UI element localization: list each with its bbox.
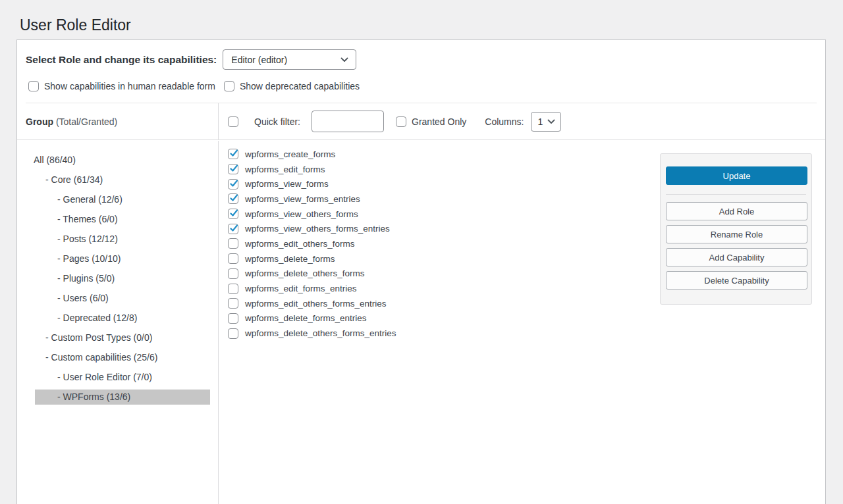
capability-row: wpforms_delete_others_forms_entries bbox=[228, 326, 825, 341]
add-capability-button[interactable]: Add Capability bbox=[666, 248, 807, 266]
capability-checkbox[interactable] bbox=[228, 268, 238, 279]
group-tree-item-label: All (86/40) bbox=[17, 155, 76, 165]
quick-filter-input[interactable] bbox=[312, 111, 384, 132]
capability-checkbox[interactable] bbox=[228, 238, 238, 249]
group-tree-item[interactable]: - Custom Post Types (0/0) bbox=[17, 328, 218, 347]
group-tree: All (86/40) - Core (61/34) - General (12… bbox=[17, 141, 219, 504]
role-select-row: Select Role and change its capabilities:… bbox=[26, 49, 356, 70]
show-human-readable-checkbox[interactable] bbox=[28, 81, 39, 91]
actions-panel: Update Add Role Rename Role Add Capabili… bbox=[660, 153, 812, 305]
columns-select[interactable]: 1 bbox=[531, 112, 561, 132]
columns-label: Columns: bbox=[485, 116, 524, 127]
group-tree-item[interactable]: - User Role Editor (7/0) bbox=[17, 367, 218, 387]
columns-select-value: 1 bbox=[537, 116, 543, 127]
group-tree-item-label: - Users (6/0) bbox=[17, 293, 109, 303]
quick-filter-bar: Quick filter: Granted Only Columns: 1 bbox=[219, 103, 825, 139]
panel-divider bbox=[666, 194, 806, 195]
capability-checkbox[interactable] bbox=[228, 253, 238, 264]
capability-checkbox[interactable] bbox=[228, 298, 238, 309]
group-tree-item[interactable]: - Themes (6/0) bbox=[17, 209, 218, 229]
group-tree-item[interactable]: - Custom capabilities (25/6) bbox=[17, 347, 218, 367]
filter-bar: Group (Total/Granted) Quick filter: Gran… bbox=[17, 103, 825, 140]
select-role-label: Select Role and change its capabilities: bbox=[26, 54, 217, 66]
group-tree-item-label: - Posts (12/12) bbox=[17, 234, 118, 244]
show-human-readable-label: Show capabilities in human readable form bbox=[44, 81, 215, 91]
capability-label: wpforms_view_others_forms_entries bbox=[245, 224, 390, 234]
capability-label: wpforms_edit_others_forms_entries bbox=[245, 299, 387, 309]
rename-role-button[interactable]: Rename Role bbox=[666, 225, 807, 243]
capability-label: wpforms_edit_others_forms bbox=[245, 239, 355, 249]
capability-label: wpforms_delete_others_forms_entries bbox=[245, 328, 396, 338]
group-tree-item-label: - Plugins (5/0) bbox=[17, 273, 115, 284]
role-select[interactable]: Editor (editor) bbox=[223, 49, 356, 70]
capability-label: wpforms_delete_others_forms bbox=[245, 268, 365, 278]
group-tree-item[interactable]: - Users (6/0) bbox=[17, 288, 218, 308]
page-title: User Role Editor bbox=[20, 16, 131, 34]
capability-label: wpforms_view_forms_entries bbox=[245, 194, 360, 204]
capability-checkbox[interactable] bbox=[228, 328, 238, 339]
capability-checkbox[interactable] bbox=[228, 164, 238, 174]
group-tree-item[interactable]: - Posts (12/12) bbox=[17, 229, 218, 249]
group-tree-item[interactable]: - WPForms (13/6) bbox=[17, 387, 218, 407]
capability-checkbox[interactable] bbox=[228, 224, 238, 234]
group-tree-item-label: - Core (61/34) bbox=[17, 174, 103, 185]
show-deprecated-checkbox[interactable] bbox=[224, 81, 234, 91]
capability-checkbox[interactable] bbox=[228, 149, 238, 159]
granted-only-label: Granted Only bbox=[412, 116, 466, 127]
capability-label: wpforms_edit_forms_entries bbox=[245, 284, 357, 293]
role-select-value: Editor (editor) bbox=[231, 55, 287, 65]
select-all-checkbox[interactable] bbox=[228, 116, 238, 127]
group-tree-item-label: - Custom capabilities (25/6) bbox=[17, 352, 157, 363]
capability-checkbox[interactable] bbox=[228, 209, 238, 219]
add-role-button[interactable]: Add Role bbox=[666, 202, 807, 220]
show-deprecated-label: Show deprecated capabilities bbox=[240, 81, 360, 91]
chevron-down-icon bbox=[547, 119, 555, 124]
group-tree-item[interactable]: - Core (61/34) bbox=[17, 170, 218, 189]
group-tree-item-label: - WPForms (13/6) bbox=[17, 391, 130, 402]
user-role-editor-panel: Select Role and change its capabilities:… bbox=[16, 39, 826, 504]
granted-only-checkbox[interactable] bbox=[396, 116, 406, 127]
delete-capability-button[interactable]: Delete Capability bbox=[666, 271, 807, 290]
capability-row: wpforms_delete_forms_entries bbox=[228, 311, 825, 326]
group-tree-item-label: - Themes (6/0) bbox=[17, 214, 118, 224]
capability-checkbox[interactable] bbox=[228, 313, 238, 324]
capability-label: wpforms_delete_forms_entries bbox=[245, 313, 367, 323]
quick-filter-label: Quick filter: bbox=[254, 116, 300, 127]
chevron-down-icon bbox=[340, 57, 348, 63]
group-tree-item-label: - Pages (10/10) bbox=[17, 253, 121, 264]
group-tree-item[interactable]: - General (12/6) bbox=[17, 189, 218, 209]
capability-checkbox[interactable] bbox=[228, 193, 238, 204]
group-header-bold: Group bbox=[26, 116, 53, 127]
capability-label: wpforms_create_forms bbox=[245, 149, 335, 159]
update-button[interactable]: Update bbox=[666, 166, 807, 185]
capability-checkbox[interactable] bbox=[228, 284, 238, 294]
display-options-row: Show capabilities in human readable form… bbox=[28, 81, 360, 91]
group-header-rest: (Total/Granted) bbox=[53, 116, 117, 127]
group-tree-item-label: - User Role Editor (7/0) bbox=[17, 372, 152, 382]
capability-checkbox[interactable] bbox=[228, 179, 238, 189]
group-header: Group (Total/Granted) bbox=[17, 103, 219, 139]
group-tree-item[interactable]: - Pages (10/10) bbox=[17, 249, 218, 268]
capability-label: wpforms_view_forms bbox=[245, 179, 329, 189]
capability-label: wpforms_view_others_forms bbox=[245, 209, 358, 219]
group-tree-item[interactable]: - Deprecated (12/8) bbox=[17, 308, 218, 328]
capability-label: wpforms_edit_forms bbox=[245, 164, 325, 174]
group-tree-item-label: - General (12/6) bbox=[17, 194, 122, 205]
group-tree-item-label: - Deprecated (12/8) bbox=[17, 313, 137, 323]
capability-label: wpforms_delete_forms bbox=[245, 254, 335, 264]
group-tree-item[interactable]: - Plugins (5/0) bbox=[17, 268, 218, 288]
group-tree-item-label: - Custom Post Types (0/0) bbox=[17, 332, 152, 343]
group-tree-item[interactable]: All (86/40) bbox=[17, 150, 218, 170]
